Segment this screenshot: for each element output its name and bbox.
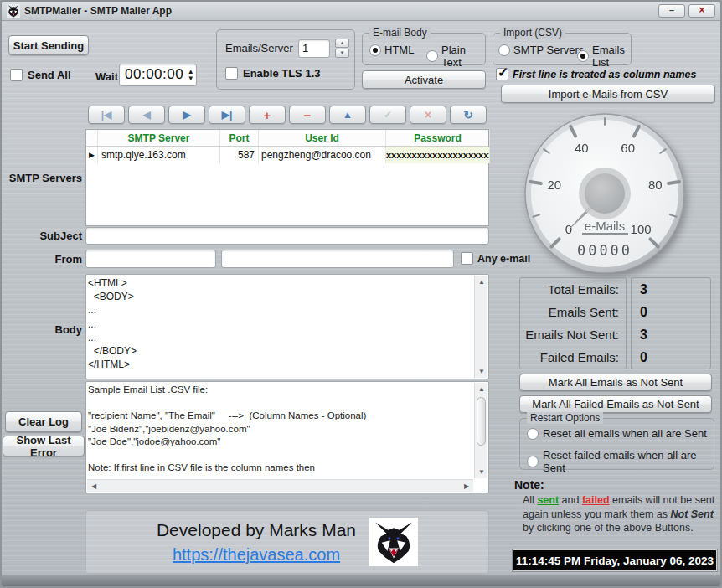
svg-text:60: 60 [621,141,635,155]
grid-header-password: Password [386,130,490,146]
smtp-servers-label: SMTP Servers [3,172,82,184]
cell-user-id[interactable]: pengzheng@dracoo.con [259,147,386,163]
not-sent-word: Not Sent [670,508,713,520]
body-scrollbar[interactable]: ▲ ▼ [474,276,487,378]
body-editor[interactable]: <HTML> <BODY> ... ... ... </BODY> </HTML… [85,274,489,379]
import-emails-list-radio[interactable] [577,50,589,62]
nav-delete-button[interactable]: − [289,106,326,124]
app-icon [7,4,20,18]
send-all-checkbox[interactable] [10,69,23,81]
scroll-down-icon[interactable]: ▼ [475,466,488,478]
minimize-button[interactable]: – [658,4,685,18]
stat-label: Emails Sent: [520,301,626,323]
reset-failed-radio[interactable] [527,456,539,467]
wait-label: Wait [95,70,118,83]
scroll-up-icon[interactable]: ▲ [475,276,488,288]
grid-header: SMTP Server Port User Id Password [86,130,488,147]
svg-text:80: 80 [648,178,663,192]
import-smtp-servers-radio[interactable] [498,44,510,56]
grid-navigator: |◀ ◀ ▶ ▶| + − ▲ ✓ × ↻ [88,106,487,124]
wait-down-icon[interactable]: ▼ [185,75,196,82]
emails-gauge: 020406080100 e-Mails 00000 [523,111,687,276]
nav-post-button[interactable]: ✓ [369,106,406,124]
body-textarea[interactable]: <HTML> <BODY> ... ... ... </BODY> </HTML… [88,276,472,377]
stats-values-box: 3 0 3 0 [631,277,711,369]
reset-failed-label: Reset failed emails when all are Sent [543,449,714,474]
nav-cancel-button[interactable]: × [410,106,446,124]
emails-per-server-label: Emails/Server [225,42,293,54]
emails-per-server-down-icon[interactable]: ▼ [335,49,349,58]
failed-word: failed [582,494,610,506]
scroll-right-icon[interactable]: ▶ [460,480,473,493]
stat-value: 0 [632,301,710,323]
current-row-marker-icon: ▶ [89,151,95,159]
cell-port[interactable]: 587 [220,147,259,163]
subject-input[interactable] [85,227,489,245]
clock-statusbar: 11:14:45 PM Friday, January 06, 2023 [513,549,717,571]
start-sending-button[interactable]: Start Sending [8,35,89,55]
nav-last-button[interactable]: ▶| [209,106,245,124]
plain-text-radio-label: Plain Text [441,44,485,69]
emails-per-server-up-icon[interactable]: ▲ [335,39,349,48]
html-radio[interactable] [369,44,381,56]
restart-options-group: Restart Options Reset all emails when al… [519,418,714,470]
any-email-checkbox[interactable] [461,252,473,265]
nav-refresh-button[interactable]: ↻ [450,106,487,124]
check-icon: ✓ [498,64,508,80]
mark-all-not-sent-button[interactable]: Mark All Emails as Not Sent [519,374,712,391]
nav-insert-button[interactable]: + [249,106,286,124]
wait-value[interactable]: 00:00:00 [120,64,185,85]
from-email-input[interactable] [221,250,454,268]
cell-password[interactable]: xxxxxxxxxxxxxxxxxxxxx [386,147,490,163]
nav-prior-button[interactable]: ◀ [128,106,165,124]
enable-tls-label: Enable TLS 1.3 [243,67,320,80]
scroll-up-icon[interactable]: ▲ [475,383,488,395]
email-body-group-label: E-mail Body [369,27,431,39]
wait-spinner[interactable]: 00:00:00 ▲ ▼ [119,64,197,86]
grid-row[interactable]: ▶ smtp.qiye.163.com 587 pengzheng@dracoo… [86,147,488,163]
subject-label: SubJect [3,230,82,242]
svg-text:20: 20 [547,178,561,192]
reset-all-radio[interactable] [527,428,539,440]
restart-options-label: Restart Options [527,412,603,424]
emails-per-server-input[interactable] [298,39,330,58]
nav-edit-button[interactable]: ▲ [329,106,366,124]
activate-button[interactable]: Activate [362,70,486,89]
clear-log-button[interactable]: Clear Log [5,411,82,432]
cell-smtp-server[interactable]: smtp.qiye.163.com [98,147,220,163]
gauge-hub [585,173,625,214]
app-window: SMTPMailer - SMTP Mailer App – × Start S… [0,0,722,588]
scroll-left-icon[interactable]: ◀ [87,480,101,493]
import-emails-button[interactable]: Import e-Mails from CSV [501,85,715,103]
log-vscrollbar[interactable]: ▲ ▼ [474,383,487,478]
body-label: Body [3,323,82,336]
scroll-down-icon[interactable]: ▼ [475,365,488,378]
nav-next-button[interactable]: ▶ [168,106,205,124]
show-last-error-button[interactable]: Show Last Error [3,436,85,456]
scrollbar-thumb[interactable] [477,397,486,446]
note-section: Note: All sent and failed emails will no… [514,478,720,535]
stat-label: Failed Emails: [520,346,626,369]
grid-header-selector [86,130,98,146]
log-textarea[interactable]: Sample Email List .CSV file: "recipient … [88,384,472,477]
grid-header-userid: User Id [259,130,386,146]
website-link[interactable]: https://thejavasea.com [173,545,340,565]
plain-text-radio[interactable] [426,50,438,62]
enable-tls-checkbox[interactable] [225,67,238,80]
import-csv-group-label: Import (CSV) [500,27,565,39]
smtp-servers-grid[interactable]: SMTP Server Port User Id Password ▶ smtp… [85,129,489,226]
title-bar[interactable]: SMTPMailer - SMTP Mailer App – × [2,2,720,21]
import-emails-list-label: Emails List [592,44,631,69]
log-hscrollbar[interactable]: ◀ ▶ [87,479,473,492]
stat-value: 3 [632,323,710,346]
close-button[interactable]: × [688,4,715,18]
grid-header-server: SMTP Server [98,130,220,146]
from-name-input[interactable] [85,250,216,268]
nav-first-button[interactable]: |◀ [88,106,125,124]
import-csv-group: Import (CSV) SMTP Servers Emails List [493,33,632,65]
grid-header-port: Port [220,130,259,146]
first-line-checkbox[interactable]: ✓ [496,68,508,80]
mark-failed-not-sent-button[interactable]: Mark All Failed Emails as Not Sent [519,395,712,413]
import-smtp-servers-label: SMTP Servers [513,44,584,56]
log-panel[interactable]: Sample Email List .CSV file: "recipient … [85,381,489,493]
